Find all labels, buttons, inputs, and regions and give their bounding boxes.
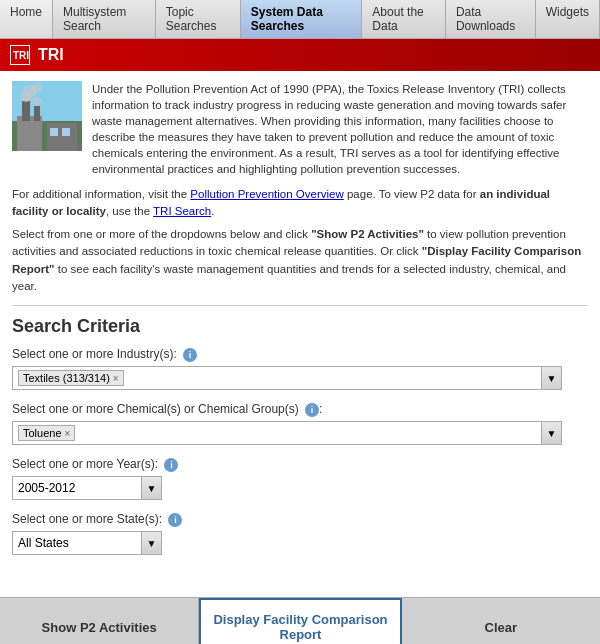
industry-input-wrapper: Textiles (313/314) × ▼ xyxy=(12,366,562,390)
chemical-tag: Toluene × xyxy=(18,425,75,441)
top-nav: Home Multisystem Search Topic Searches S… xyxy=(0,0,600,39)
year-dropdown-btn[interactable]: ▼ xyxy=(142,476,162,500)
header-title: TRI xyxy=(38,46,64,64)
tri-search-link[interactable]: TRI Search xyxy=(153,205,211,217)
svg-rect-7 xyxy=(34,106,40,121)
display-report-button[interactable]: Display Facility Comparison Report xyxy=(199,598,401,644)
svg-point-11 xyxy=(32,97,42,105)
industry-tag: Textiles (313/314) × xyxy=(18,370,124,386)
clear-button[interactable]: Clear xyxy=(402,598,600,644)
industry-field-group: Select one or more Industry(s): i Textil… xyxy=(12,347,588,390)
chemical-tag-close[interactable]: × xyxy=(65,428,71,439)
state-field-group: Select one or more State(s): i All State… xyxy=(12,512,588,555)
intro-text: Under the Pollution Prevention Act of 19… xyxy=(92,81,588,178)
factory-image xyxy=(12,81,82,151)
chemical-info-icon[interactable]: i xyxy=(305,403,319,417)
industry-label: Select one or more Industry(s): i xyxy=(12,347,588,362)
year-label: Select one or more Year(s): i xyxy=(12,457,588,472)
industry-info-icon[interactable]: i xyxy=(183,348,197,362)
nav-item-home[interactable]: Home xyxy=(0,0,53,38)
chemical-input-wrapper: Toluene × ▼ xyxy=(12,421,562,445)
content-area: Under the Pollution Prevention Act of 19… xyxy=(0,71,600,577)
divider xyxy=(12,305,588,306)
svg-point-10 xyxy=(31,83,43,93)
state-select[interactable]: All States xyxy=(12,531,142,555)
intro-image xyxy=(12,81,82,151)
header-icon: TRI xyxy=(10,45,30,65)
year-select[interactable]: 2005-2012 xyxy=(12,476,142,500)
nav-item-widgets[interactable]: Widgets xyxy=(536,0,600,38)
bottom-bar: Show P2 Activities Display Facility Comp… xyxy=(0,597,600,644)
header-bar: TRI TRI xyxy=(0,39,600,71)
intro-paragraph: Under the Pollution Prevention Act of 19… xyxy=(92,83,566,175)
year-select-wrapper: 2005-2012 ▼ xyxy=(12,476,588,500)
nav-item-system-data[interactable]: System Data Searches xyxy=(241,0,363,38)
industry-dropdown-btn[interactable]: ▼ xyxy=(542,366,562,390)
chemical-dropdown-btn[interactable]: ▼ xyxy=(542,421,562,445)
show-p2-button[interactable]: Show P2 Activities xyxy=(0,598,199,644)
instruction-text: Select from one or more of the dropdowns… xyxy=(12,226,588,295)
chemical-label: Select one or more Chemical(s) or Chemic… xyxy=(12,402,588,417)
additional-info: For additional information, visit the Po… xyxy=(12,186,588,221)
svg-rect-6 xyxy=(22,101,30,121)
svg-rect-4 xyxy=(17,116,42,151)
pollution-prevention-link[interactable]: Pollution Prevention Overview xyxy=(190,188,343,200)
chemical-tag-box[interactable]: Toluene × xyxy=(12,421,542,445)
svg-rect-12 xyxy=(50,128,58,136)
svg-rect-5 xyxy=(47,123,77,151)
state-dropdown-btn[interactable]: ▼ xyxy=(142,531,162,555)
nav-item-about[interactable]: About the Data xyxy=(362,0,446,38)
year-info-icon[interactable]: i xyxy=(164,458,178,472)
year-field-group: Select one or more Year(s): i 2005-2012 … xyxy=(12,457,588,500)
industry-tag-box[interactable]: Textiles (313/314) × xyxy=(12,366,542,390)
chemical-field-group: Select one or more Chemical(s) or Chemic… xyxy=(12,402,588,445)
search-criteria-title: Search Criteria xyxy=(12,316,588,337)
svg-text:TRI: TRI xyxy=(13,50,29,61)
state-info-icon[interactable]: i xyxy=(168,513,182,527)
svg-rect-13 xyxy=(62,128,70,136)
nav-item-topic[interactable]: Topic Searches xyxy=(156,0,241,38)
intro-section: Under the Pollution Prevention Act of 19… xyxy=(12,81,588,178)
state-select-wrapper: All States ▼ xyxy=(12,531,588,555)
nav-item-downloads[interactable]: Data Downloads xyxy=(446,0,536,38)
industry-tag-close[interactable]: × xyxy=(113,373,119,384)
nav-item-multisystem[interactable]: Multisystem Search xyxy=(53,0,156,38)
state-label: Select one or more State(s): i xyxy=(12,512,588,527)
search-criteria-section: Search Criteria Select one or more Indus… xyxy=(12,316,588,555)
